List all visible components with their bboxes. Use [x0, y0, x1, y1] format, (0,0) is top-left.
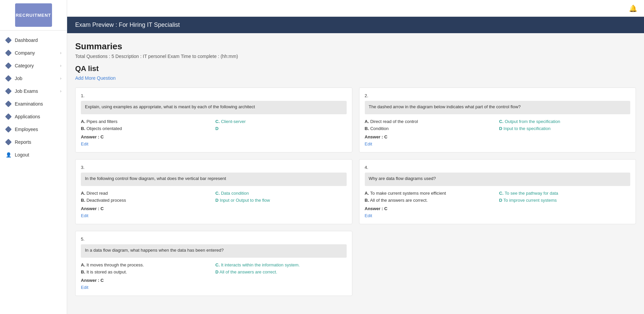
- question-text-2: The dashed arrow in the diagram below in…: [365, 101, 631, 114]
- options-grid-3: A. Direct read C. Data condition B. Deac…: [81, 191, 347, 203]
- sidebar-item-label: Examinations: [15, 101, 43, 107]
- chevron-right-icon: ›: [60, 63, 61, 68]
- diamond-icon: [5, 139, 11, 145]
- summaries-title: Summaries: [75, 41, 636, 52]
- sidebar-item-label: Category: [15, 63, 34, 68]
- question-number-2: 2.: [365, 93, 631, 98]
- sidebar: RECRUITMENT Dashboard Company › Category…: [0, 0, 67, 314]
- edit-link-5[interactable]: Edit: [81, 285, 88, 290]
- page-header-title: Exam Preview : For Hiring IT Specialist: [75, 21, 180, 28]
- sidebar-item-label: Applications: [15, 114, 40, 119]
- content-area: Summaries Total Questions : 5 Descriptio…: [67, 33, 644, 304]
- question-text-3: In the following control flow diagram, w…: [81, 173, 347, 186]
- option-2a-text: Direct read of the control: [370, 119, 418, 124]
- option-2c: C. Output from the specification: [499, 119, 630, 124]
- option-3c: C. Data condition: [215, 191, 347, 196]
- sidebar-item-job[interactable]: Job ›: [0, 72, 67, 85]
- person-icon: 👤: [5, 152, 11, 158]
- option-1c: C. Client-server: [215, 119, 347, 124]
- edit-link-4[interactable]: Edit: [365, 213, 372, 218]
- edit-link-2[interactable]: Edit: [365, 141, 372, 146]
- option-4c: C. To see the pathway for data: [499, 191, 630, 196]
- question-card-1: 1. Explain, using examples as appropriat…: [75, 87, 352, 152]
- diamond-icon: [5, 75, 11, 81]
- answer-2: Answer : C: [365, 134, 631, 139]
- answer-3: Answer : C: [81, 206, 347, 211]
- add-question-link[interactable]: Add More Question: [75, 75, 116, 81]
- sidebar-item-logout[interactable]: 👤 Logout: [0, 148, 67, 161]
- logo-text: RECRUITMENT: [16, 13, 51, 18]
- option-5b-text: It is stored as output.: [87, 269, 127, 274]
- diamond-icon: [5, 114, 11, 120]
- summaries-meta: Total Questions : 5 Description : IT per…: [75, 54, 636, 59]
- answer-4: Answer : C: [365, 206, 631, 211]
- edit-link-3[interactable]: Edit: [81, 213, 88, 218]
- question-text-1: Explain, using examples as appropriate, …: [81, 101, 347, 114]
- option-2d: D Input to the specification: [499, 126, 630, 131]
- option-5b: B. It is stored as output.: [81, 269, 212, 274]
- option-1a-text: Pipes and filters: [87, 119, 118, 124]
- option-5c-text: It interacts within the information syst…: [221, 262, 300, 267]
- answer-5: Answer : C: [81, 278, 347, 283]
- sidebar-item-category[interactable]: Category ›: [0, 59, 67, 72]
- options-grid-1: A. Pipes and filters C. Client-server B.…: [81, 119, 347, 131]
- option-3b-text: Deactivated process: [87, 198, 126, 203]
- diamond-icon: [5, 37, 11, 43]
- main-content: 🔔 Exam Preview : For Hiring IT Specialis…: [67, 0, 644, 314]
- option-1b-text: Objects orientated: [87, 126, 122, 131]
- option-2b-text: Condition: [370, 126, 389, 131]
- page-header: Exam Preview : For Hiring IT Specialist: [67, 17, 644, 33]
- option-4b: B. All of the answers are correct.: [365, 198, 496, 203]
- question-text-4: Why are data flow diagrams used?: [365, 173, 631, 186]
- sidebar-item-employees[interactable]: Employees: [0, 123, 67, 136]
- chevron-right-icon: ›: [60, 76, 61, 81]
- question-card-4: 4. Why are data flow diagrams used? A. T…: [359, 159, 636, 224]
- option-2a: A. Direct read of the control: [365, 119, 496, 124]
- sidebar-item-dashboard[interactable]: Dashboard: [0, 34, 67, 47]
- option-4a: A. To make current systems more efficien…: [365, 191, 496, 196]
- diamond-icon: [5, 101, 11, 107]
- option-5a-text: It moves through the process.: [87, 262, 144, 267]
- options-grid-2: A. Direct read of the control C. Output …: [365, 119, 631, 131]
- option-3b: B. Deactivated process: [81, 198, 212, 203]
- diamond-icon: [5, 63, 11, 69]
- option-3d-text: Input or Output to the flow: [220, 198, 270, 203]
- sidebar-item-label: Employees: [15, 127, 38, 132]
- sidebar-item-job-exams[interactable]: Job Exams ›: [0, 85, 67, 98]
- sidebar-item-applications[interactable]: Applications: [0, 110, 67, 123]
- edit-link-1[interactable]: Edit: [81, 141, 88, 146]
- diamond-icon: [5, 88, 11, 94]
- chevron-right-icon: ›: [60, 51, 61, 55]
- option-1a: A. Pipes and filters: [81, 119, 212, 124]
- option-1c-text: Client-server: [221, 119, 246, 124]
- sidebar-logo: RECRUITMENT: [0, 0, 67, 30]
- question-number-1: 1.: [81, 93, 347, 98]
- sidebar-item-company[interactable]: Company ›: [0, 47, 67, 59]
- option-4d: D To improve current systems: [499, 198, 630, 203]
- option-5c: C. It interacts within the information s…: [215, 262, 347, 267]
- question-number-5: 5.: [81, 237, 347, 242]
- question-card-3: 3. In the following control flow diagram…: [75, 159, 352, 224]
- option-1b: B. Objects orientated: [81, 126, 212, 131]
- option-4c-text: To see the pathway for data: [505, 191, 558, 196]
- chevron-right-icon: ›: [60, 89, 61, 93]
- sidebar-item-label: Job: [15, 76, 22, 81]
- option-5a: A. It moves through the process.: [81, 262, 212, 267]
- option-4a-text: To make current systems more efficient: [370, 191, 446, 196]
- option-3d: D Input or Output to the flow: [215, 198, 347, 203]
- sidebar-item-examinations[interactable]: Examinations: [0, 98, 67, 110]
- question-text-5: In a data flow diagram, what happens whe…: [81, 244, 347, 258]
- questions-grid: 1. Explain, using examples as appropriat…: [75, 87, 636, 296]
- question-number-4: 4.: [365, 165, 631, 170]
- sidebar-item-label: Logout: [15, 152, 29, 158]
- sidebar-item-label: Reports: [15, 139, 31, 145]
- question-number-3: 3.: [81, 165, 347, 170]
- option-4b-text: All of the answers are correct.: [370, 198, 428, 203]
- options-grid-5: A. It moves through the process. C. It i…: [81, 262, 347, 274]
- option-5d: D All of the answers are correct.: [215, 269, 347, 274]
- sidebar-item-reports[interactable]: Reports: [0, 136, 67, 148]
- top-header: 🔔: [67, 0, 644, 17]
- question-card-5: 5. In a data flow diagram, what happens …: [75, 231, 352, 296]
- sidebar-item-label: Job Exams: [15, 88, 38, 94]
- notification-bell-icon[interactable]: 🔔: [629, 4, 637, 12]
